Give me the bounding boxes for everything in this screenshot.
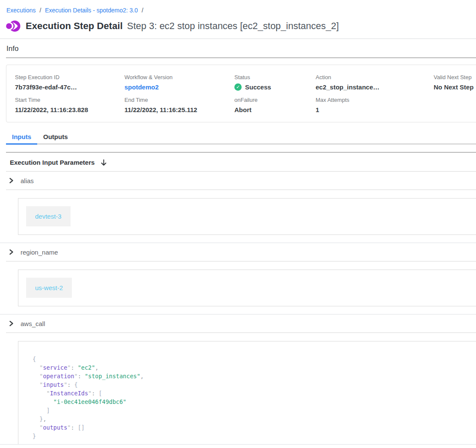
field-value: ec2_stop_instance… bbox=[316, 83, 434, 91]
field-workflow-version: Workflow & Version spotdemo2 bbox=[124, 74, 234, 91]
title-row: Execution Step Detail Step 3: ec2 stop i… bbox=[0, 14, 476, 33]
chevron-right-icon[interactable] bbox=[9, 178, 14, 184]
field-label: Step Execution ID bbox=[15, 74, 124, 80]
region-name-value-box: us-west-2 bbox=[18, 270, 476, 306]
field-step-execution-id: Step Execution ID 7b73f93e-edaf-47c… bbox=[15, 74, 124, 91]
chevron-right-icon[interactable] bbox=[9, 249, 14, 255]
divider bbox=[6, 190, 476, 190]
execution-step-detail-page: Executions / Execution Details - spotdem… bbox=[0, 0, 476, 445]
section-row-aws-call[interactable]: aws_call bbox=[0, 314, 476, 332]
status-text: Success bbox=[245, 83, 271, 91]
tab-inputs[interactable]: Inputs bbox=[6, 130, 37, 145]
success-check-icon: ✓ bbox=[234, 83, 242, 91]
page-subtitle: Step 3: ec2 stop instances [ec2_stop_ins… bbox=[127, 21, 339, 32]
field-value: 7b73f93e-edaf-47c… bbox=[15, 83, 124, 91]
field-status: Status ✓ Success bbox=[234, 74, 316, 91]
tab-bar: Inputs Outputs bbox=[6, 130, 476, 145]
breadcrumb-link-execution-details[interactable]: Execution Details - spotdemo2: 3.0 bbox=[45, 7, 138, 14]
execution-input-parameters-header: Execution Input Parameters bbox=[0, 153, 476, 171]
field-value: 11/22/2022, 11:16:25.112 bbox=[124, 106, 234, 113]
fylamynt-logo-icon bbox=[6, 20, 21, 33]
field-max-attempts: Max Attempts 1 bbox=[316, 97, 434, 113]
alias-value-box: devtest-3 bbox=[18, 198, 476, 235]
field-label: Workflow & Version bbox=[124, 74, 234, 80]
field-label: onFailure bbox=[234, 97, 316, 103]
section-name: aws_call bbox=[21, 320, 45, 327]
field-empty bbox=[434, 97, 476, 113]
divider bbox=[0, 444, 476, 445]
status-badge: ✓ Success bbox=[234, 83, 316, 91]
field-end-time: End Time 11/22/2022, 11:16:25.112 bbox=[124, 97, 234, 113]
info-heading: Info bbox=[0, 39, 476, 53]
field-value: No Next Step bbox=[434, 83, 476, 91]
divider bbox=[6, 57, 476, 58]
divider bbox=[6, 332, 476, 333]
section-name: region_name bbox=[21, 249, 58, 256]
workflow-link[interactable]: spotdemo2 bbox=[124, 83, 234, 91]
field-label: Max Attempts bbox=[316, 97, 434, 103]
field-value: Abort bbox=[234, 106, 316, 113]
field-action: Action ec2_stop_instance… bbox=[316, 74, 434, 91]
field-value: 11/22/2022, 11:16:23.828 bbox=[15, 106, 124, 113]
field-value: 1 bbox=[316, 106, 434, 113]
breadcrumb-link-executions[interactable]: Executions bbox=[6, 7, 35, 14]
field-start-time: Start Time 11/22/2022, 11:16:23.828 bbox=[15, 97, 124, 113]
aws-call-code: { "service": "ec2", "operation": "stop_i… bbox=[18, 341, 476, 444]
field-label: Status bbox=[234, 74, 316, 80]
alias-value-chip: devtest-3 bbox=[26, 206, 71, 226]
field-label: Valid Next Step bbox=[434, 74, 476, 80]
field-valid-next-step: Valid Next Step No Next Step bbox=[434, 74, 476, 91]
page-title: Execution Step Detail bbox=[26, 21, 123, 32]
arrow-down-icon[interactable] bbox=[101, 159, 107, 166]
field-onfailure: onFailure Abort bbox=[234, 97, 316, 113]
section-row-region-name[interactable]: region_name bbox=[0, 243, 476, 261]
chevron-right-icon[interactable] bbox=[9, 320, 14, 326]
section-name: alias bbox=[21, 177, 34, 184]
breadcrumb-separator: / bbox=[39, 7, 41, 14]
field-label: Start Time bbox=[15, 97, 124, 103]
execution-input-parameters-title: Execution Input Parameters bbox=[10, 159, 95, 166]
section-row-alias[interactable]: alias bbox=[0, 172, 476, 190]
info-card: Step Execution ID 7b73f93e-edaf-47c… Wor… bbox=[6, 65, 476, 122]
field-label: Action bbox=[316, 74, 434, 80]
field-label: End Time bbox=[124, 97, 234, 103]
breadcrumb: Executions / Execution Details - spotdem… bbox=[0, 0, 476, 14]
divider bbox=[6, 261, 476, 261]
breadcrumb-separator: / bbox=[142, 7, 143, 14]
region-name-value-chip: us-west-2 bbox=[26, 278, 72, 298]
tab-outputs[interactable]: Outputs bbox=[37, 130, 74, 145]
